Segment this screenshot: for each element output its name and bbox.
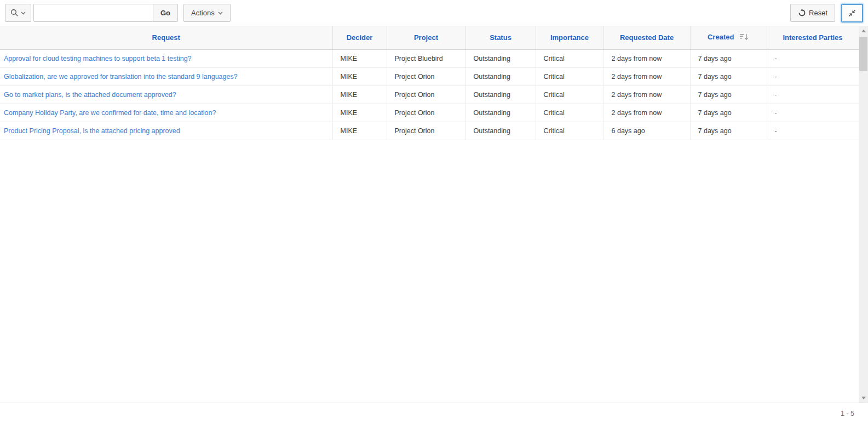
column-header-label: Decider: [347, 33, 373, 42]
column-header-project[interactable]: Project: [387, 26, 465, 49]
cell-request: Globalization, are we approved for trans…: [0, 67, 332, 85]
cell-requested-date: 2 days from now: [603, 104, 690, 122]
chevron-down-icon: [21, 12, 26, 15]
cell-status: Outstanding: [465, 104, 536, 122]
reset-button-label: Reset: [809, 9, 827, 17]
cell-created: 7 days ago: [690, 104, 767, 122]
table-header-row: Request Decider Project Status Importanc…: [0, 26, 859, 49]
request-link[interactable]: Approval for cloud testing machines to s…: [4, 55, 192, 62]
actions-button-label: Actions: [191, 9, 215, 17]
actions-button[interactable]: Actions: [183, 4, 231, 22]
cell-status: Outstanding: [465, 122, 536, 140]
cell-interested-parties: -: [767, 49, 859, 67]
cell-request: Product Pricing Proposal, is the attache…: [0, 122, 332, 140]
table-row: Go to market plans, is the attached docu…: [0, 85, 859, 104]
cell-status: Outstanding: [465, 85, 536, 104]
column-header-importance[interactable]: Importance: [536, 26, 603, 49]
cell-project: Project Orion: [387, 85, 465, 104]
collapse-region-button[interactable]: [841, 4, 863, 22]
cell-requested-date: 2 days from now: [603, 49, 690, 67]
column-header-label: Project: [414, 33, 438, 42]
column-header-label: Created: [708, 33, 734, 41]
cell-interested-parties: -: [767, 104, 859, 122]
chevron-down-icon: [218, 12, 223, 15]
cell-request: Approval for cloud testing machines to s…: [0, 49, 332, 67]
cell-status: Outstanding: [465, 49, 536, 67]
column-header-interested-parties[interactable]: Interested Parties: [767, 26, 859, 49]
reset-button[interactable]: Reset: [790, 4, 835, 22]
request-link[interactable]: Go to market plans, is the attached docu…: [4, 91, 176, 99]
cell-importance: Critical: [536, 67, 603, 85]
column-header-label: Importance: [550, 33, 589, 42]
cell-created: 7 days ago: [690, 122, 767, 140]
cell-status: Outstanding: [465, 67, 536, 85]
cell-request: Company Holiday Party, are we confirmed …: [0, 104, 332, 122]
cell-created: 7 days ago: [690, 49, 767, 67]
column-header-label: Status: [490, 33, 511, 42]
cell-importance: Critical: [536, 104, 603, 122]
cell-created: 7 days ago: [690, 85, 767, 104]
interactive-report-region: Go Actions Reset: [0, 0, 868, 423]
column-header-label: Requested Date: [620, 33, 674, 42]
cell-requested-date: 2 days from now: [603, 85, 690, 104]
request-link[interactable]: Company Holiday Party, are we confirmed …: [4, 109, 216, 117]
cell-importance: Critical: [536, 85, 603, 104]
cell-interested-parties: -: [767, 122, 859, 140]
search-input[interactable]: [33, 4, 153, 22]
undo-icon: [798, 9, 806, 17]
cell-project: Project Orion: [387, 122, 465, 140]
column-header-decider[interactable]: Decider: [332, 26, 387, 49]
cell-project: Project Orion: [387, 67, 465, 85]
cell-request: Go to market plans, is the attached docu…: [0, 85, 332, 104]
triangle-down-icon: [861, 397, 866, 399]
column-header-status[interactable]: Status: [465, 26, 536, 49]
cell-importance: Critical: [536, 122, 603, 140]
cell-decider: MIKE: [332, 104, 387, 122]
cell-project: Project Bluebird: [387, 49, 465, 67]
triangle-up-icon: [861, 30, 866, 32]
cell-requested-date: 2 days from now: [603, 67, 690, 85]
cell-interested-parties: -: [767, 85, 859, 104]
cell-decider: MIKE: [332, 67, 387, 85]
table-row: Company Holiday Party, are we confirmed …: [0, 104, 859, 122]
request-link[interactable]: Product Pricing Proposal, is the attache…: [4, 127, 180, 135]
cell-interested-parties: -: [767, 67, 859, 85]
request-link[interactable]: Globalization, are we approved for trans…: [4, 73, 238, 81]
cell-requested-date: 6 days ago: [603, 122, 690, 140]
table-row: Approval for cloud testing machines to s…: [0, 49, 859, 67]
cell-importance: Critical: [536, 49, 603, 67]
report-toolbar: Go Actions Reset: [0, 0, 868, 26]
go-button[interactable]: Go: [153, 4, 178, 22]
scroll-up-button[interactable]: [859, 26, 868, 36]
scroll-down-button[interactable]: [859, 393, 868, 403]
search-column-select-button[interactable]: [5, 4, 31, 22]
column-header-created[interactable]: Created: [690, 26, 767, 49]
cell-project: Project Orion: [387, 104, 465, 122]
pagination-range: 1 - 5: [841, 410, 854, 417]
cell-decider: MIKE: [332, 49, 387, 67]
table-row: Globalization, are we approved for trans…: [0, 67, 859, 85]
request-table-body: Approval for cloud testing machines to s…: [0, 49, 859, 140]
collapse-inward-icon: [848, 9, 856, 18]
column-header-requested-date[interactable]: Requested Date: [603, 26, 690, 49]
requests-table: Request Decider Project Status Importanc…: [0, 26, 859, 140]
cell-decider: MIKE: [332, 85, 387, 104]
column-header-request[interactable]: Request: [0, 26, 332, 49]
report-content: Request Decider Project Status Importanc…: [0, 26, 868, 403]
vertical-scrollbar[interactable]: [859, 26, 868, 403]
column-header-label: Interested Parties: [783, 33, 842, 42]
report-footer: 1 - 5: [0, 403, 868, 423]
scrollbar-thumb[interactable]: [859, 37, 867, 71]
cell-decider: MIKE: [332, 122, 387, 140]
search-icon: [10, 9, 19, 17]
table-row: Product Pricing Proposal, is the attache…: [0, 122, 859, 140]
sort-descending-icon: [737, 34, 749, 42]
column-header-label: Request: [152, 33, 180, 42]
cell-created: 7 days ago: [690, 67, 767, 85]
